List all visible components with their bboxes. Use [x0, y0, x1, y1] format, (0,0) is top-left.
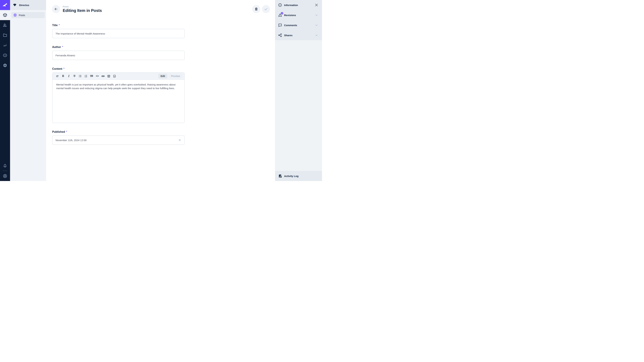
bulleted-list-icon	[78, 74, 82, 78]
activity-log-button[interactable]: Activity Log	[275, 171, 322, 181]
rabbit-logo-icon	[2, 2, 8, 8]
published-input[interactable]: November 11th, 2024 12:00	[52, 135, 185, 145]
directus-app: ?	[0, 0, 322, 181]
format-strikethrough-button[interactable]	[72, 73, 77, 79]
sidebar-item-label: Comments	[284, 24, 297, 27]
table-button[interactable]	[106, 73, 112, 79]
field-author: Author✦ Fernanda Alvarez	[52, 45, 185, 60]
chevron-down-icon[interactable]	[314, 13, 318, 17]
share-icon	[278, 33, 282, 37]
page-header: Posts Editing Item in Posts	[46, 0, 275, 18]
sidebar-item-revisions[interactable]: 1 Revisions	[275, 10, 322, 20]
back-button[interactable]	[52, 5, 60, 13]
title-input-value: The Importance of Mental Health Awarenes…	[56, 32, 105, 35]
account-button[interactable]	[0, 171, 10, 181]
bulleted-list-button[interactable]	[77, 73, 83, 79]
module-docs-button[interactable]: ?	[0, 50, 10, 60]
project-header[interactable]: Directus	[10, 0, 46, 10]
directus-logo-button[interactable]	[0, 0, 10, 10]
wedge-logo-icon	[13, 3, 17, 7]
required-marker: ✦	[66, 130, 67, 132]
content-text: Mental health is just as important as ph…	[56, 83, 180, 90]
sidebar-item-posts[interactable]: Posts	[12, 12, 45, 18]
activity-log-label: Activity Log	[284, 175, 298, 177]
markdown-editor: tT B I	[52, 72, 185, 123]
bell-icon	[3, 163, 7, 168]
insights-icon	[3, 43, 7, 47]
tab-edit[interactable]: Edit	[158, 74, 167, 78]
right-sidebar: Information 1 Revisions	[275, 0, 322, 181]
title-input[interactable]: The Importance of Mental Health Awarenes…	[52, 29, 185, 38]
module-users-button[interactable]	[0, 20, 10, 30]
chevron-down-icon[interactable]	[314, 23, 318, 27]
author-input-value: Fernanda Alvarez	[56, 54, 75, 57]
link-icon	[101, 74, 105, 78]
sidebar-item-label: Shares	[284, 34, 292, 37]
format-heading-button[interactable]: tT	[54, 73, 60, 79]
chevron-down-icon[interactable]	[314, 33, 318, 37]
module-settings-button[interactable]	[0, 60, 10, 70]
delete-button[interactable]	[252, 5, 260, 13]
info-icon	[278, 3, 282, 7]
nav-item-label: Posts	[19, 14, 25, 16]
project-name: Directus	[19, 4, 29, 6]
sidebar-sections: Information 1 Revisions	[275, 0, 322, 40]
svg-text:?: ?	[4, 54, 6, 57]
format-bold-button[interactable]: B	[60, 73, 66, 79]
image-icon	[113, 75, 116, 78]
svg-text:3: 3	[85, 76, 85, 78]
tab-preview[interactable]: Preview	[169, 74, 182, 78]
notifications-button[interactable]	[0, 161, 10, 171]
module-insights-button[interactable]	[0, 40, 10, 50]
header-actions	[252, 5, 270, 13]
folder-icon	[3, 33, 7, 37]
field-published-label: Published✦	[52, 130, 185, 133]
module-bar: ?	[0, 0, 10, 181]
required-marker: ✦	[63, 67, 64, 69]
numbered-list-button[interactable]: 1 2 3	[83, 73, 89, 79]
author-input[interactable]: Fernanda Alvarez	[52, 51, 185, 60]
image-button[interactable]	[112, 73, 117, 79]
link-button[interactable]	[100, 73, 106, 79]
save-button[interactable]	[262, 5, 270, 13]
activity-log-icon	[278, 174, 282, 178]
revisions-icon: 1	[278, 13, 282, 17]
blockquote-button[interactable]: 99	[89, 73, 94, 79]
page-title: Editing Item in Posts	[63, 8, 102, 13]
sidebar-item-comments[interactable]: Comments	[275, 20, 322, 30]
module-content-button[interactable]	[0, 10, 10, 20]
arrow-back-icon	[54, 7, 58, 11]
editor-tabs: Edit Preview	[158, 74, 182, 78]
heading-icon: tT	[56, 75, 58, 78]
italic-icon: I	[68, 74, 70, 78]
title-block: Posts Editing Item in Posts	[63, 5, 102, 13]
close-sidebar-icon[interactable]	[314, 3, 318, 7]
required-marker: ✦	[62, 45, 63, 47]
comment-icon	[278, 23, 282, 27]
bold-icon: B	[62, 75, 64, 78]
item-form: Title✦ The Importance of Mental Health A…	[46, 18, 275, 145]
field-content: Content✦ tT B I	[52, 67, 185, 123]
module-bar-spacer	[0, 70, 10, 161]
numbered-list-icon: 1 2 3	[84, 74, 88, 78]
gear-icon	[3, 63, 7, 67]
strikethrough-icon	[73, 74, 76, 78]
sidebar-item-information[interactable]: Information	[275, 0, 322, 10]
format-italic-button[interactable]: I	[66, 73, 72, 79]
breadcrumb[interactable]: Posts	[63, 5, 102, 8]
sidebar-empty-area	[275, 40, 322, 171]
clear-date-icon[interactable]	[178, 139, 181, 142]
account-circle-icon	[3, 174, 7, 178]
code-button[interactable]: <>	[94, 73, 100, 79]
field-author-label: Author✦	[52, 45, 185, 49]
required-marker: ✦	[58, 24, 60, 26]
main-content: Posts Editing Item in Posts	[46, 0, 275, 181]
sidebar-item-label: Revisions	[284, 14, 296, 16]
field-title-label: Title✦	[52, 24, 185, 27]
content-textarea[interactable]: Mental health is just as important as ph…	[52, 80, 184, 123]
users-icon	[3, 23, 7, 27]
table-icon	[107, 75, 110, 78]
sidebar-item-shares[interactable]: Shares	[275, 30, 322, 40]
field-content-label: Content✦	[52, 67, 185, 70]
module-files-button[interactable]	[0, 30, 10, 40]
